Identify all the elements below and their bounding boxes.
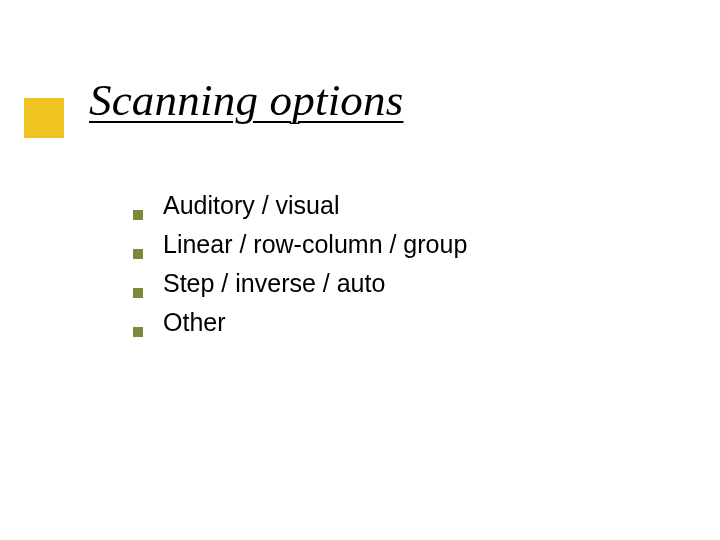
title-wrap: Scanning options: [0, 76, 720, 146]
slide-title: Scanning options: [89, 76, 403, 126]
list-item-text: Step / inverse / auto: [163, 267, 385, 299]
square-bullet-icon: [133, 288, 143, 298]
slide: Scanning options Auditory / visual Linea…: [0, 0, 720, 540]
list-item-text: Linear / row-column / group: [163, 228, 467, 260]
list-item: Other: [133, 306, 673, 338]
bullet-list: Auditory / visual Linear / row-column / …: [133, 189, 673, 345]
title-accent-square: [24, 98, 64, 138]
square-bullet-icon: [133, 210, 143, 220]
list-item-text: Other: [163, 306, 226, 338]
list-item: Step / inverse / auto: [133, 267, 673, 299]
list-item: Auditory / visual: [133, 189, 673, 221]
square-bullet-icon: [133, 249, 143, 259]
square-bullet-icon: [133, 327, 143, 337]
list-item-text: Auditory / visual: [163, 189, 339, 221]
list-item: Linear / row-column / group: [133, 228, 673, 260]
